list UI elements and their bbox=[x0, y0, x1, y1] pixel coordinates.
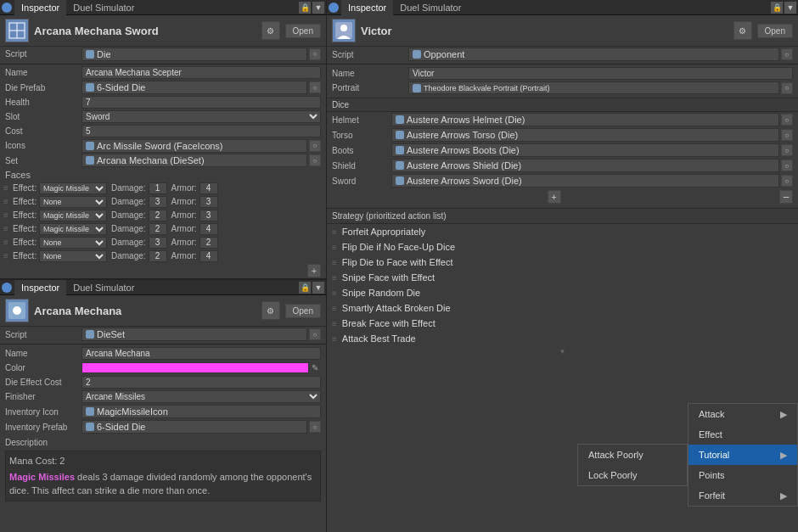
face-armor-input[interactable] bbox=[200, 182, 218, 194]
menu-btn-right[interactable]: ▼ bbox=[784, 2, 796, 14]
tab-inspector-bottom-left[interactable]: Inspector bbox=[14, 280, 66, 295]
dice-end-btn[interactable]: ○ bbox=[781, 144, 793, 156]
dice-icon bbox=[396, 131, 404, 139]
strategy-item[interactable]: ≡ Attack Best Trade bbox=[327, 331, 798, 346]
face-damage-input[interactable] bbox=[149, 223, 167, 235]
dice-end-btn[interactable]: ○ bbox=[781, 114, 793, 126]
field-color-bl: Color ✎ bbox=[0, 361, 326, 375]
face-armor-input[interactable] bbox=[200, 210, 218, 221]
set-end-btn[interactable]: ○ bbox=[309, 154, 321, 166]
name-value-bl[interactable]: Arcana Mechana bbox=[81, 347, 321, 360]
dice-end-btn[interactable]: ○ bbox=[781, 175, 793, 187]
name-value-top-left[interactable]: Arcana Mechana Scepter bbox=[81, 66, 321, 79]
menu-btn-bottom-left[interactable]: ▼ bbox=[312, 282, 324, 294]
open-btn-bottom-left[interactable]: Open bbox=[285, 304, 321, 318]
strategy-item[interactable]: ≡ Snipe Face with Effect bbox=[327, 270, 798, 285]
field-inventory-icon: Inventory Icon MagicMissileIcon bbox=[0, 404, 326, 419]
description-box[interactable]: Mana Cost: 2 Magic Missiles deals 3 dama… bbox=[5, 451, 321, 501]
lock-btn-right[interactable]: 🔒 bbox=[771, 2, 783, 14]
strategy-item[interactable]: ≡ Smartly Attack Broken Die bbox=[327, 300, 798, 316]
strategy-text: Attack Best Trade bbox=[342, 333, 416, 344]
slot-select[interactable]: Sword bbox=[81, 110, 321, 123]
script-end-btn-bl[interactable]: ○ bbox=[309, 328, 321, 340]
face-damage-input[interactable] bbox=[149, 182, 167, 194]
gear-btn-right[interactable]: ⚙ bbox=[733, 21, 752, 40]
open-btn-top-left[interactable]: Open bbox=[285, 24, 321, 38]
gear-btn-bottom-left[interactable]: ⚙ bbox=[261, 301, 280, 320]
color-value-bl[interactable] bbox=[81, 362, 309, 373]
script-value-right: Opponent bbox=[408, 48, 779, 61]
dice-end-btn[interactable]: ○ bbox=[781, 160, 793, 171]
tab-duel-simulator-bottom-left[interactable]: Duel Simulator bbox=[66, 280, 141, 295]
menu-btn-top-left[interactable]: ▼ bbox=[312, 2, 324, 14]
lock-btn-bottom-left[interactable]: 🔒 bbox=[299, 282, 311, 294]
name-value-right[interactable]: Victor bbox=[408, 67, 793, 80]
ctx-forfeit[interactable]: Forfeit ▶ bbox=[688, 485, 797, 506]
remove-die-btn[interactable]: − bbox=[779, 190, 793, 204]
tab-controls-right: 🔒 ▼ bbox=[771, 2, 796, 14]
lock-btn-top-left[interactable]: 🔒 bbox=[299, 2, 311, 14]
face-armor-input[interactable] bbox=[200, 237, 218, 249]
face-damage-label: Damage: bbox=[111, 238, 146, 247]
portrait-end-btn[interactable]: ○ bbox=[781, 82, 793, 94]
face-damage-input[interactable] bbox=[149, 196, 167, 208]
face-armor-input[interactable] bbox=[200, 223, 218, 235]
face-damage-input[interactable] bbox=[149, 237, 167, 249]
field-inventory-prefab: Inventory Prefab 6-Sided Die ○ bbox=[0, 419, 326, 434]
strategy-item[interactable]: ≡ Snipe Random Die bbox=[327, 285, 798, 300]
face-armor-input[interactable] bbox=[200, 196, 218, 208]
strategy-item[interactable]: ≡ Flip Die if No Face-Up Dice bbox=[327, 239, 798, 255]
tab-inspector-top-left[interactable]: Inspector bbox=[14, 0, 66, 15]
ctx-points[interactable]: Points bbox=[688, 465, 797, 485]
field-health: Health 7 bbox=[0, 95, 326, 109]
face-armor-input[interactable] bbox=[200, 250, 218, 262]
tab-duel-simulator-right[interactable]: Duel Simulator bbox=[393, 0, 468, 15]
face-damage-input[interactable] bbox=[149, 250, 167, 262]
face-effect-select[interactable]: Magic Missile bbox=[39, 182, 107, 194]
finisher-select[interactable]: Arcane Missiles bbox=[81, 390, 321, 403]
face-effect-select[interactable]: Magic Missile bbox=[39, 210, 107, 221]
gear-btn-top-left[interactable]: ⚙ bbox=[261, 21, 280, 40]
die-effect-cost-value[interactable]: 2 bbox=[81, 376, 321, 389]
face-effect-select[interactable]: Magic Missile bbox=[39, 223, 107, 235]
strategy-handle: ≡ bbox=[332, 258, 337, 267]
face-effect-select[interactable]: None bbox=[39, 250, 107, 262]
tab-controls-top-left: 🔒 ▼ bbox=[299, 2, 324, 14]
cost-label: Cost bbox=[5, 126, 81, 136]
die-prefab-btn[interactable]: ○ bbox=[309, 81, 321, 93]
strategy-item[interactable]: ≡ Flip Die to Face with Effect bbox=[327, 255, 798, 270]
face-effect-select[interactable]: None bbox=[39, 196, 107, 208]
script-end-btn-right[interactable]: ○ bbox=[781, 48, 793, 60]
face-handle: ≡ bbox=[3, 183, 10, 193]
strategy-handle: ≡ bbox=[332, 334, 337, 344]
script-end-btn-top-left[interactable]: ○ bbox=[309, 48, 321, 60]
face-handle: ≡ bbox=[3, 210, 10, 220]
ctx-effect[interactable]: Effect bbox=[688, 424, 797, 445]
strategy-item[interactable]: ≡ Forfeit Appropriately bbox=[327, 224, 798, 239]
script-icon-top-left bbox=[86, 50, 94, 59]
face-damage-label: Damage: bbox=[111, 210, 146, 220]
tab-duel-simulator-top-left[interactable]: Duel Simulator bbox=[66, 0, 141, 15]
submenu-item-lock-poorly[interactable]: Lock Poorly bbox=[578, 465, 687, 485]
inv-prefab-icon bbox=[86, 423, 94, 431]
dice-end-btn[interactable]: ○ bbox=[781, 129, 793, 141]
strategy-header: Strategy (prioritized action list) bbox=[327, 208, 798, 224]
dice-add-remove: + − bbox=[327, 188, 798, 205]
face-damage-input[interactable] bbox=[149, 210, 167, 221]
tab-inspector-right[interactable]: Inspector bbox=[341, 0, 393, 15]
health-value[interactable]: 7 bbox=[81, 96, 321, 109]
cost-value[interactable]: 5 bbox=[81, 125, 321, 137]
open-btn-right[interactable]: Open bbox=[757, 24, 793, 38]
face-effect-select[interactable]: None bbox=[39, 237, 107, 249]
strategy-item[interactable]: ≡ Break Face with Effect bbox=[327, 316, 798, 331]
submenu-item-attack-poorly[interactable]: Attack Poorly bbox=[578, 445, 687, 465]
strategy-text: Smartly Attack Broken Die bbox=[342, 303, 451, 313]
add-face-btn[interactable]: + bbox=[307, 264, 321, 277]
die-effect-cost-label: Die Effect Cost bbox=[5, 378, 81, 387]
ctx-tutorial[interactable]: Tutorial ▶ bbox=[688, 445, 797, 465]
icons-end-btn[interactable]: ○ bbox=[309, 140, 321, 152]
add-die-btn[interactable]: + bbox=[548, 190, 561, 204]
ctx-attack[interactable]: Attack ▶ bbox=[688, 404, 797, 424]
color-edit-btn[interactable]: ✎ bbox=[309, 362, 321, 374]
inventory-prefab-btn[interactable]: ○ bbox=[309, 421, 321, 433]
